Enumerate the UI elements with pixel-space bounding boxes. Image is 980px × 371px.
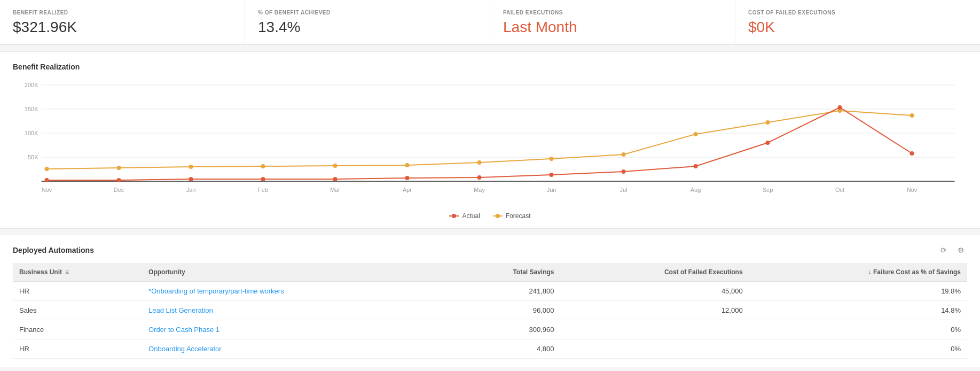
svg-text:50K: 50K [28, 154, 38, 160]
card-value-2: Last Month [503, 19, 722, 36]
col-failure-pct: ↓ Failure Cost as % of Savings [749, 263, 967, 282]
card-value-3: $0K [748, 19, 967, 36]
actual-line-indicator [449, 215, 459, 217]
svg-point-26 [261, 164, 265, 168]
forecast-line-indicator [493, 215, 503, 217]
svg-point-28 [405, 163, 410, 167]
svg-point-45 [694, 164, 698, 168]
table-header: Business Unit ≡ Opportunity Total Saving… [13, 263, 967, 282]
svg-text:Feb: Feb [258, 187, 268, 193]
svg-point-25 [189, 165, 193, 169]
forecast-label: Forecast [506, 212, 531, 220]
top-cards-section: BENEFIT REALIZED $321.96K % OF BENEFIT A… [0, 0, 980, 45]
cell-business-unit: Sales [13, 301, 142, 320]
table-section: Deployed Automations ⟳ ⚙ Business Unit ≡… [0, 235, 980, 367]
svg-point-47 [838, 105, 842, 110]
table-body: HR *Onboarding of temporary/part-time wo… [13, 282, 967, 359]
svg-point-33 [766, 120, 770, 125]
svg-text:Sep: Sep [763, 187, 773, 193]
svg-point-42 [477, 175, 482, 180]
cell-failure-pct: 14.8% [749, 301, 967, 320]
cell-cost-failed: 45,000 [561, 282, 749, 301]
svg-text:Oct: Oct [835, 187, 844, 193]
cell-total-savings: 96,000 [449, 301, 560, 320]
card-label-1: % OF BENEFIT ACHIEVED [258, 10, 477, 16]
cell-failure-pct: 0% [749, 339, 967, 359]
svg-point-32 [694, 132, 698, 136]
chart-title: Benefit Realization [13, 63, 967, 71]
svg-text:Jul: Jul [620, 187, 627, 193]
svg-point-30 [550, 157, 554, 161]
svg-point-41 [405, 176, 410, 180]
svg-text:100K: 100K [25, 130, 38, 136]
svg-point-36 [45, 178, 49, 182]
col-cost-failed: Cost of Failed Executions [561, 263, 749, 282]
cell-total-savings: 4,800 [449, 339, 560, 359]
card-2: FAILED EXECUTIONS Last Month [490, 0, 735, 44]
svg-text:Nov: Nov [42, 187, 52, 193]
svg-point-46 [766, 141, 770, 145]
cell-failure-pct: 19.8% [749, 282, 967, 301]
table-header-row: Deployed Automations ⟳ ⚙ [13, 244, 967, 257]
svg-point-40 [333, 177, 338, 181]
svg-text:Apr: Apr [403, 187, 412, 193]
svg-text:May: May [474, 187, 485, 193]
cell-total-savings: 241,800 [449, 282, 560, 301]
chart-section: Benefit Realization 200K 150K 100K 50K N… [0, 51, 980, 229]
cell-opportunity[interactable]: *Onboarding of temporary/part-time worke… [142, 282, 449, 301]
col-total-savings: Total Savings [449, 263, 560, 282]
column-filter-icon[interactable]: ≡ [65, 268, 69, 276]
card-1: % OF BENEFIT ACHIEVED 13.4% [245, 0, 490, 44]
cell-cost-failed [561, 339, 749, 359]
cell-business-unit: HR [13, 282, 142, 301]
svg-text:Aug: Aug [691, 187, 701, 193]
cell-business-unit: HR [13, 339, 142, 359]
settings-icon[interactable]: ⚙ [954, 244, 967, 257]
card-label-2: FAILED EXECUTIONS [503, 10, 722, 16]
table-title: Deployed Automations [13, 246, 94, 254]
svg-point-35 [910, 113, 914, 118]
svg-point-23 [45, 167, 49, 171]
chart-container: 200K 150K 100K 50K Nov Dec Jan Feb Mar A… [13, 80, 967, 208]
cell-business-unit: Finance [13, 320, 142, 339]
svg-text:Jan: Jan [186, 187, 196, 193]
svg-point-43 [550, 173, 554, 177]
table-row: Finance Order to Cash Phase 1 300,960 0% [13, 320, 967, 339]
refresh-icon[interactable]: ⟳ [937, 244, 950, 257]
cell-cost-failed [561, 320, 749, 339]
cell-opportunity[interactable]: Order to Cash Phase 1 [142, 320, 449, 339]
actual-label: Actual [462, 212, 480, 220]
svg-point-27 [333, 164, 338, 168]
svg-point-38 [189, 177, 193, 181]
card-label-0: BENEFIT REALIZED [13, 10, 232, 16]
table-row: HR *Onboarding of temporary/part-time wo… [13, 282, 967, 301]
cell-opportunity[interactable]: Lead List Generation [142, 301, 449, 320]
svg-point-31 [622, 152, 626, 157]
svg-text:Dec: Dec [114, 187, 124, 193]
chart-legend: Actual Forecast [13, 212, 967, 220]
table-row: Sales Lead List Generation 96,000 12,000… [13, 301, 967, 320]
table-action-icons: ⟳ ⚙ [937, 244, 967, 257]
table-row: HR Onboarding Accelerator 4,800 0% [13, 339, 967, 359]
svg-point-44 [622, 169, 626, 174]
svg-text:200K: 200K [25, 82, 38, 88]
card-value-1: 13.4% [258, 19, 477, 36]
svg-text:Mar: Mar [330, 187, 340, 193]
svg-text:Jun: Jun [547, 187, 556, 193]
automations-table: Business Unit ≡ Opportunity Total Saving… [13, 263, 967, 359]
col-opportunity: Opportunity [142, 263, 449, 282]
benefit-chart: 200K 150K 100K 50K Nov Dec Jan Feb Mar A… [13, 80, 967, 208]
cell-opportunity[interactable]: Onboarding Accelerator [142, 339, 449, 359]
col-business-unit: Business Unit ≡ [13, 263, 142, 282]
svg-point-29 [477, 160, 482, 165]
svg-text:150K: 150K [25, 106, 38, 112]
svg-point-37 [117, 178, 121, 182]
cell-cost-failed: 12,000 [561, 301, 749, 320]
card-0: BENEFIT REALIZED $321.96K [0, 0, 245, 44]
svg-point-39 [261, 177, 265, 181]
legend-actual: Actual [449, 212, 480, 220]
card-3: COST OF FAILED EXECUTIONS $0K [735, 0, 980, 44]
svg-point-48 [910, 151, 914, 156]
legend-forecast: Forecast [493, 212, 531, 220]
card-label-3: COST OF FAILED EXECUTIONS [748, 10, 967, 16]
